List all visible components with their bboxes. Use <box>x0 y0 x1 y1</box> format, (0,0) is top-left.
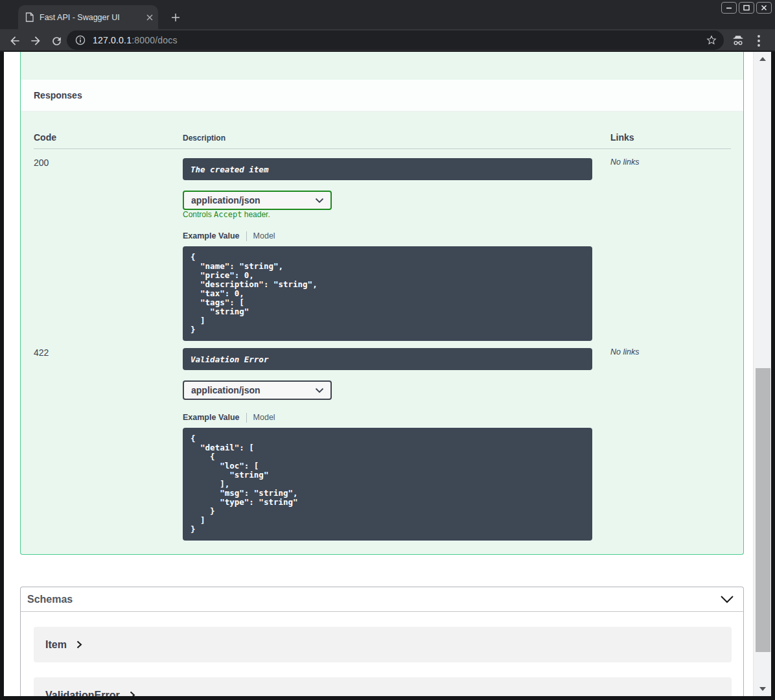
schemas-section: Schemas Item ValidationError <box>20 587 744 696</box>
column-code: Code <box>34 132 56 143</box>
controls-note-suffix: header. <box>242 210 270 219</box>
tab-example-value[interactable]: Example Value <box>183 231 240 240</box>
schema-name: ValidationError <box>45 690 120 697</box>
browser-window: Fast API - Swagger UI <box>0 0 775 700</box>
response-description-422-text: Validation Error <box>191 355 268 364</box>
browser-tab[interactable]: Fast API - Swagger UI <box>18 5 158 29</box>
schemas-header[interactable]: Schemas <box>21 587 743 612</box>
tab-separator <box>246 231 247 241</box>
chevron-down-icon <box>315 198 324 204</box>
document-icon <box>25 12 34 22</box>
window-controls <box>721 2 772 14</box>
back-arrow-icon[interactable] <box>8 34 22 48</box>
reload-icon[interactable] <box>49 34 64 48</box>
tab-model[interactable]: Model <box>253 231 275 240</box>
response-code-200: 200 <box>34 158 49 168</box>
menu-dots-icon[interactable] <box>752 32 765 49</box>
example-json-422: { "detail": [ { "loc": [ "string" ], "ms… <box>183 428 592 541</box>
tab-close-icon[interactable] <box>146 14 153 21</box>
media-type-value-422: application/json <box>191 385 260 395</box>
example-json-422-code: { "detail": [ { "loc": [ "string" ], "ms… <box>191 434 584 534</box>
response-code-422: 422 <box>34 347 49 358</box>
browser-toolbar: 127.0.0.1:8000/docs <box>0 29 775 52</box>
responses-table-header: Code Description Links <box>34 128 731 149</box>
controls-note-prefix: Controls <box>183 210 214 219</box>
responses-opblock: Responses Code Description Links 200 The… <box>20 52 744 555</box>
responses-title: Responses <box>34 90 82 100</box>
response-description-422: Validation Error <box>183 348 592 370</box>
tab-separator <box>246 413 247 423</box>
column-links: Links <box>610 132 634 143</box>
scrollbar-thumb[interactable] <box>756 368 770 652</box>
controls-accept-note: Controls Accept header. <box>183 210 270 219</box>
close-window-button[interactable] <box>756 2 772 14</box>
controls-note-code: Accept <box>214 210 242 219</box>
media-type-select-200[interactable]: application/json <box>183 191 332 210</box>
column-description: Description <box>183 134 226 143</box>
example-json-200-code: { "name": "string", "price": 0, "descrip… <box>191 253 584 334</box>
info-icon[interactable] <box>75 35 86 45</box>
url-path: :8000/docs <box>132 35 178 45</box>
example-model-tabs-200: Example Value Model <box>183 231 275 241</box>
title-bar: Fast API - Swagger UI <box>0 0 775 29</box>
schema-name: Item <box>45 639 67 651</box>
new-tab-button[interactable] <box>169 11 182 24</box>
response-description-200-text: The created item <box>191 165 268 174</box>
scrollbar[interactable] <box>753 52 771 696</box>
chevron-right-icon <box>76 640 82 649</box>
tab-model[interactable]: Model <box>253 413 275 422</box>
url-host: 127.0.0.1 <box>93 35 132 45</box>
forward-arrow-icon[interactable] <box>29 34 43 48</box>
chevron-right-icon <box>130 691 135 696</box>
schema-validationerror-card[interactable]: ValidationError <box>34 677 732 696</box>
incognito-icon[interactable] <box>730 32 746 49</box>
response-description-200: The created item <box>183 158 592 180</box>
schema-item-card[interactable]: Item <box>34 627 732 662</box>
responses-section-header: Responses <box>21 80 743 111</box>
scroll-down-icon[interactable] <box>759 687 766 691</box>
media-type-select-422[interactable]: application/json <box>183 380 332 400</box>
url-bar[interactable]: 127.0.0.1:8000/docs <box>67 30 724 50</box>
maximize-button[interactable] <box>739 2 754 14</box>
chevron-down-icon[interactable] <box>720 595 734 603</box>
media-type-value-200: application/json <box>191 195 260 205</box>
schemas-title: Schemas <box>27 594 73 605</box>
tab-title: Fast API - Swagger UI <box>40 13 146 22</box>
page-viewport: Responses Code Description Links 200 The… <box>4 52 771 696</box>
links-value-422: No links <box>610 347 639 356</box>
minimize-button[interactable] <box>721 2 737 14</box>
scroll-up-icon[interactable] <box>759 57 766 61</box>
example-model-tabs-422: Example Value Model <box>183 412 275 423</box>
star-icon[interactable] <box>706 34 717 46</box>
example-json-200: { "name": "string", "price": 0, "descrip… <box>183 246 592 341</box>
tab-example-value[interactable]: Example Value <box>183 413 240 422</box>
chevron-down-icon <box>315 388 324 393</box>
links-value-200: No links <box>610 158 639 167</box>
url-text: 127.0.0.1:8000/docs <box>93 35 178 45</box>
